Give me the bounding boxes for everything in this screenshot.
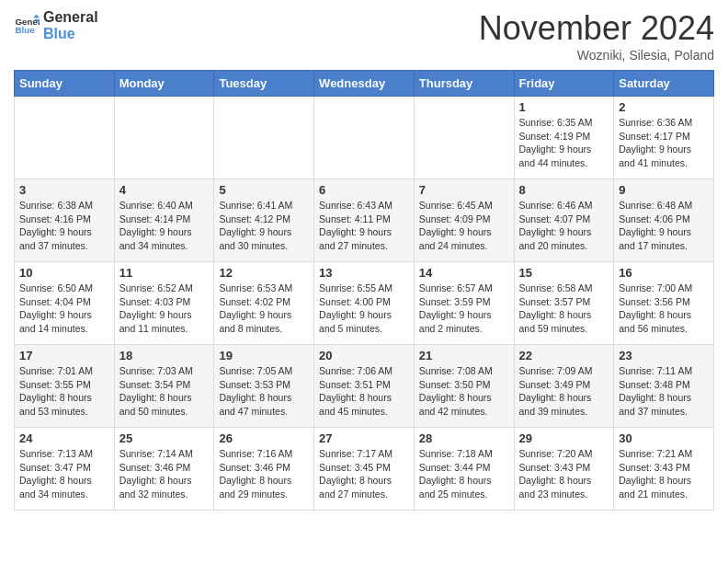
calendar-cell: 15Sunrise: 6:58 AM Sunset: 3:57 PM Dayli… <box>514 262 614 345</box>
calendar-cell: 17Sunrise: 7:01 AM Sunset: 3:55 PM Dayli… <box>15 345 115 428</box>
header-friday: Friday <box>514 71 614 97</box>
day-info: Sunrise: 6:38 AM Sunset: 4:16 PM Dayligh… <box>19 199 109 253</box>
day-number: 3 <box>19 183 109 197</box>
header-thursday: Thursday <box>414 71 514 97</box>
day-info: Sunrise: 7:03 AM Sunset: 3:54 PM Dayligh… <box>119 364 210 419</box>
day-number: 9 <box>619 183 709 197</box>
day-number: 20 <box>319 349 409 362</box>
day-info: Sunrise: 6:45 AM Sunset: 4:09 PM Dayligh… <box>419 199 509 253</box>
calendar-cell <box>414 97 514 179</box>
calendar-cell: 25Sunrise: 7:14 AM Sunset: 3:46 PM Dayli… <box>114 428 214 511</box>
month-title: November 2024 <box>479 9 714 48</box>
header-sunday: Sunday <box>15 71 115 97</box>
day-number: 23 <box>619 349 709 362</box>
svg-text:Blue: Blue <box>15 25 35 35</box>
calendar-cell: 13Sunrise: 6:55 AM Sunset: 4:00 PM Dayli… <box>314 262 415 345</box>
calendar-cell: 22Sunrise: 7:09 AM Sunset: 3:49 PM Dayli… <box>514 345 614 428</box>
day-info: Sunrise: 6:46 AM Sunset: 4:07 PM Dayligh… <box>519 199 609 253</box>
logo-blue: Blue <box>43 26 98 42</box>
calendar-cell: 3Sunrise: 6:38 AM Sunset: 4:16 PM Daylig… <box>15 179 115 262</box>
day-info: Sunrise: 7:18 AM Sunset: 3:44 PM Dayligh… <box>419 447 509 501</box>
calendar-table: SundayMondayTuesdayWednesdayThursdayFrid… <box>14 70 714 511</box>
day-info: Sunrise: 7:01 AM Sunset: 3:55 PM Dayligh… <box>19 364 109 419</box>
calendar-cell: 12Sunrise: 6:53 AM Sunset: 4:02 PM Dayli… <box>214 262 314 345</box>
day-number: 16 <box>619 266 709 280</box>
day-number: 19 <box>219 349 309 362</box>
calendar-cell: 24Sunrise: 7:13 AM Sunset: 3:47 PM Dayli… <box>15 428 115 511</box>
day-info: Sunrise: 7:05 AM Sunset: 3:53 PM Dayligh… <box>219 364 309 419</box>
calendar-cell: 7Sunrise: 6:45 AM Sunset: 4:09 PM Daylig… <box>414 179 514 262</box>
day-info: Sunrise: 7:17 AM Sunset: 3:45 PM Dayligh… <box>319 447 409 501</box>
calendar-header-row: SundayMondayTuesdayWednesdayThursdayFrid… <box>15 71 714 97</box>
page-header: General Blue General Blue November 2024 … <box>14 9 714 63</box>
calendar-cell: 30Sunrise: 7:21 AM Sunset: 3:43 PM Dayli… <box>614 428 714 511</box>
calendar-cell <box>314 97 415 179</box>
day-info: Sunrise: 6:35 AM Sunset: 4:19 PM Dayligh… <box>519 116 609 170</box>
calendar-cell: 20Sunrise: 7:06 AM Sunset: 3:51 PM Dayli… <box>314 345 415 428</box>
day-info: Sunrise: 7:16 AM Sunset: 3:46 PM Dayligh… <box>219 447 309 501</box>
header-monday: Monday <box>114 71 214 97</box>
day-number: 27 <box>319 431 409 445</box>
calendar-cell: 1Sunrise: 6:35 AM Sunset: 4:19 PM Daylig… <box>514 97 614 179</box>
day-info: Sunrise: 6:40 AM Sunset: 4:14 PM Dayligh… <box>119 199 210 253</box>
location-text: Wozniki, Silesia, Poland <box>479 48 714 63</box>
day-number: 29 <box>519 431 609 445</box>
calendar-cell: 27Sunrise: 7:17 AM Sunset: 3:45 PM Dayli… <box>314 428 415 511</box>
day-number: 7 <box>419 183 509 197</box>
header-saturday: Saturday <box>614 71 714 97</box>
calendar-cell <box>15 97 115 179</box>
day-number: 2 <box>619 100 709 114</box>
day-info: Sunrise: 7:14 AM Sunset: 3:46 PM Dayligh… <box>119 447 210 501</box>
day-info: Sunrise: 6:48 AM Sunset: 4:06 PM Dayligh… <box>619 199 709 253</box>
day-info: Sunrise: 7:00 AM Sunset: 3:56 PM Dayligh… <box>619 282 709 336</box>
day-number: 13 <box>319 266 409 280</box>
calendar-cell: 5Sunrise: 6:41 AM Sunset: 4:12 PM Daylig… <box>214 179 314 262</box>
day-number: 14 <box>419 266 509 280</box>
calendar-cell: 4Sunrise: 6:40 AM Sunset: 4:14 PM Daylig… <box>114 179 214 262</box>
calendar-cell: 2Sunrise: 6:36 AM Sunset: 4:17 PM Daylig… <box>614 97 714 179</box>
calendar-week-row: 17Sunrise: 7:01 AM Sunset: 3:55 PM Dayli… <box>15 345 714 428</box>
day-info: Sunrise: 6:52 AM Sunset: 4:03 PM Dayligh… <box>119 282 210 336</box>
day-info: Sunrise: 6:41 AM Sunset: 4:12 PM Dayligh… <box>219 199 309 253</box>
day-info: Sunrise: 7:11 AM Sunset: 3:48 PM Dayligh… <box>619 364 709 419</box>
day-number: 11 <box>119 266 210 280</box>
day-number: 28 <box>419 431 509 445</box>
day-number: 10 <box>19 266 109 280</box>
logo-icon: General Blue <box>14 13 40 39</box>
calendar-cell: 9Sunrise: 6:48 AM Sunset: 4:06 PM Daylig… <box>614 179 714 262</box>
day-number: 8 <box>519 183 609 197</box>
calendar-cell <box>114 97 214 179</box>
day-info: Sunrise: 7:13 AM Sunset: 3:47 PM Dayligh… <box>19 447 109 501</box>
day-info: Sunrise: 6:55 AM Sunset: 4:00 PM Dayligh… <box>319 282 409 336</box>
day-info: Sunrise: 6:50 AM Sunset: 4:04 PM Dayligh… <box>19 282 109 336</box>
day-number: 12 <box>219 266 309 280</box>
day-info: Sunrise: 6:36 AM Sunset: 4:17 PM Dayligh… <box>619 116 709 170</box>
logo-general: General <box>43 9 98 26</box>
calendar-cell: 6Sunrise: 6:43 AM Sunset: 4:11 PM Daylig… <box>314 179 415 262</box>
day-number: 17 <box>19 349 109 362</box>
header-tuesday: Tuesday <box>214 71 314 97</box>
calendar-week-row: 10Sunrise: 6:50 AM Sunset: 4:04 PM Dayli… <box>15 262 714 345</box>
calendar-cell: 26Sunrise: 7:16 AM Sunset: 3:46 PM Dayli… <box>214 428 314 511</box>
day-number: 24 <box>19 431 109 445</box>
day-number: 5 <box>219 183 309 197</box>
day-info: Sunrise: 7:08 AM Sunset: 3:50 PM Dayligh… <box>419 364 509 419</box>
calendar-cell: 19Sunrise: 7:05 AM Sunset: 3:53 PM Dayli… <box>214 345 314 428</box>
day-info: Sunrise: 6:43 AM Sunset: 4:11 PM Dayligh… <box>319 199 409 253</box>
title-block: November 2024 Wozniki, Silesia, Poland <box>479 9 714 63</box>
day-number: 18 <box>119 349 210 362</box>
calendar-week-row: 3Sunrise: 6:38 AM Sunset: 4:16 PM Daylig… <box>15 179 714 262</box>
calendar-cell: 8Sunrise: 6:46 AM Sunset: 4:07 PM Daylig… <box>514 179 614 262</box>
day-number: 4 <box>119 183 210 197</box>
calendar-cell: 16Sunrise: 7:00 AM Sunset: 3:56 PM Dayli… <box>614 262 714 345</box>
logo: General Blue General Blue <box>14 9 98 41</box>
calendar-cell: 14Sunrise: 6:57 AM Sunset: 3:59 PM Dayli… <box>414 262 514 345</box>
day-info: Sunrise: 6:58 AM Sunset: 3:57 PM Dayligh… <box>519 282 609 336</box>
calendar-week-row: 24Sunrise: 7:13 AM Sunset: 3:47 PM Dayli… <box>15 428 714 511</box>
calendar-cell: 28Sunrise: 7:18 AM Sunset: 3:44 PM Dayli… <box>414 428 514 511</box>
header-wednesday: Wednesday <box>314 71 415 97</box>
calendar-cell: 23Sunrise: 7:11 AM Sunset: 3:48 PM Dayli… <box>614 345 714 428</box>
day-info: Sunrise: 7:06 AM Sunset: 3:51 PM Dayligh… <box>319 364 409 419</box>
day-info: Sunrise: 7:20 AM Sunset: 3:43 PM Dayligh… <box>519 447 609 501</box>
day-number: 1 <box>519 100 609 114</box>
